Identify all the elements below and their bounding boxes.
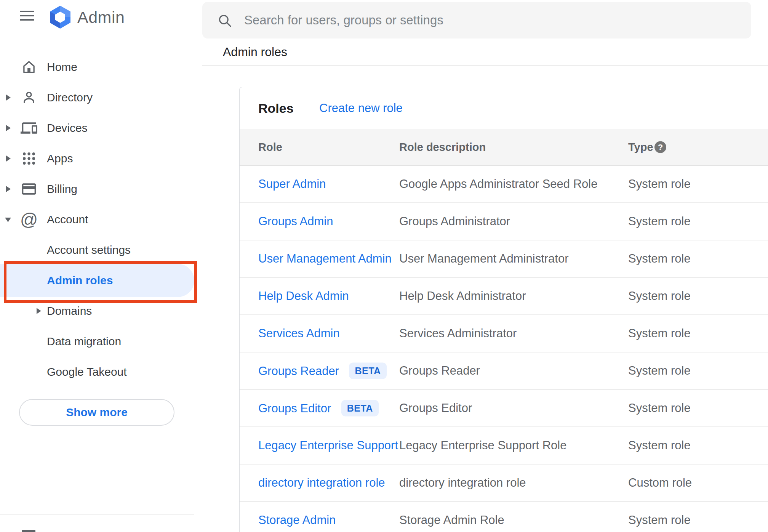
sidebar-item-apps[interactable]: Apps [0, 143, 197, 174]
role-link[interactable]: User Management Admin [258, 252, 392, 265]
role-description-cell: Groups Administrator [399, 215, 510, 228]
sidebar-item-label: Billing [47, 183, 77, 195]
sidebar-item-google-takeout[interactable]: Google Takeout [0, 357, 197, 387]
beta-badge: BETA [341, 400, 379, 417]
role-description-cell: Storage Admin Role [399, 513, 504, 527]
sidebar-item-home[interactable]: Home [0, 52, 197, 82]
table-header-row: Role Role description Type ? [240, 129, 768, 166]
roles-panel: Roles Create new role Role Role descript… [239, 87, 768, 532]
table-row: Legacy Enterprise Support Legacy Enterpr… [240, 427, 768, 465]
role-link[interactable]: Legacy Enterprise Support [258, 439, 398, 452]
role-type-cell: System role [628, 364, 691, 378]
admin-logo-icon[interactable] [48, 5, 72, 29]
search-icon [217, 13, 233, 29]
role-link[interactable]: Super Admin [258, 177, 326, 191]
table-row: directory integration role directory int… [240, 465, 768, 502]
sidebar-item-label: Devices [47, 122, 88, 135]
beta-badge: BETA [349, 363, 386, 379]
role-link[interactable]: directory integration role [258, 476, 385, 489]
column-header-type: Type [628, 141, 653, 153]
person-icon [21, 89, 37, 106]
apps-grid-icon [21, 150, 37, 167]
devices-icon [21, 120, 37, 136]
sidebar-item-label: Home [47, 61, 77, 74]
sidebar-item-label: Data migration [47, 335, 121, 348]
sidebar-item-data-migration[interactable]: Data migration [0, 326, 197, 357]
column-header-role-description: Role description [399, 141, 486, 153]
role-link[interactable]: Services Admin [258, 327, 340, 340]
sidebar-item-account[interactable]: @ Account [0, 204, 197, 235]
role-type-cell: System role [628, 252, 691, 266]
sidebar-item-label: Directory [47, 91, 93, 104]
role-type-cell: System role [628, 327, 691, 340]
roles-title: Roles [258, 101, 294, 115]
expand-arrow-icon[interactable] [37, 308, 41, 314]
table-row: Storage Admin Storage Admin Role System … [240, 502, 768, 532]
role-description-cell: Groups Editor [399, 401, 472, 415]
sidebar-bottom-divider [0, 514, 194, 514]
role-type-cell: System role [628, 439, 691, 452]
role-type-cell: System role [628, 401, 691, 415]
table-row: Groups Admin Groups Administrator System… [240, 203, 768, 240]
role-description-cell: Help Desk Administrator [399, 289, 526, 303]
home-icon [21, 59, 37, 75]
breadcrumb: Admin roles [223, 45, 287, 59]
expand-arrow-icon[interactable] [6, 155, 11, 162]
at-sign-icon: @ [21, 211, 37, 228]
admin-console-page: Admin Admin roles Home Directory Devices… [0, 0, 768, 532]
role-link[interactable]: Storage Admin [258, 513, 336, 527]
table-body: Super Admin Google Apps Administrator Se… [240, 166, 768, 532]
role-description-cell: Legacy Enterprise Support Role [399, 439, 566, 452]
expand-arrow-icon[interactable] [6, 95, 11, 101]
sidebar-item-admin-roles[interactable]: Admin roles [0, 265, 197, 296]
role-type-cell: System role [628, 177, 691, 191]
sidebar-item-account-settings[interactable]: Account settings [0, 235, 197, 265]
search-input[interactable] [244, 2, 739, 38]
role-link[interactable]: Help Desk Admin [258, 289, 349, 303]
product-title: Admin [77, 8, 125, 27]
role-type-cell: System role [628, 215, 691, 228]
sidebar-item-domains[interactable]: Domains [0, 296, 197, 326]
sidebar-item-label: Account settings [47, 244, 131, 256]
expand-arrow-icon[interactable] [5, 218, 11, 222]
role-type-cell: System role [628, 289, 691, 303]
role-link[interactable]: Groups Reader [258, 364, 339, 378]
role-type-cell: System role [628, 513, 691, 527]
sidebar-item-label: Google Takeout [47, 365, 127, 378]
credit-card-icon [21, 181, 37, 197]
create-new-role-link[interactable]: Create new role [319, 101, 403, 115]
sidebar-item-devices[interactable]: Devices [0, 113, 197, 143]
clipped-bottom-icon [22, 530, 35, 532]
table-row: User Management Admin User Management Ad… [240, 240, 768, 278]
sidebar-item-label: Account [47, 213, 88, 226]
table-row: Services Admin Services Administrator Sy… [240, 315, 768, 353]
type-help-icon[interactable]: ? [654, 141, 666, 153]
roles-panel-header: Roles Create new role [240, 87, 768, 129]
show-more-button[interactable]: Show more [19, 399, 174, 426]
table-row: Groups Editor BETA Groups Editor System … [240, 390, 768, 427]
search-bar[interactable] [202, 2, 751, 38]
role-description-cell: directory integration role [399, 476, 526, 490]
table-row: Help Desk Admin Help Desk Administrator … [240, 278, 768, 315]
expand-arrow-icon[interactable] [6, 125, 11, 131]
role-link[interactable]: Groups Admin [258, 215, 333, 228]
role-description-cell: User Management Administrator [399, 252, 569, 266]
title-divider [202, 65, 768, 66]
role-link[interactable]: Groups Editor [258, 402, 331, 415]
table-row: Groups Reader BETA Groups Reader System … [240, 353, 768, 390]
sidebar-item-label: Apps [47, 152, 73, 165]
expand-arrow-icon[interactable] [6, 186, 11, 192]
sidebar-item-label: Admin roles [47, 274, 113, 287]
role-description-cell: Groups Reader [399, 364, 480, 378]
sidebar-item-label: Domains [47, 304, 92, 317]
sidebar-item-billing[interactable]: Billing [0, 174, 197, 204]
table-row: Super Admin Google Apps Administrator Se… [240, 166, 768, 203]
hamburger-menu-icon[interactable] [20, 11, 34, 21]
sidebar-item-directory[interactable]: Directory [0, 82, 197, 113]
role-type-cell: Custom role [628, 476, 692, 490]
role-description-cell: Google Apps Administrator Seed Role [399, 177, 597, 191]
column-header-role: Role [258, 141, 282, 153]
role-description-cell: Services Administrator [399, 327, 517, 340]
